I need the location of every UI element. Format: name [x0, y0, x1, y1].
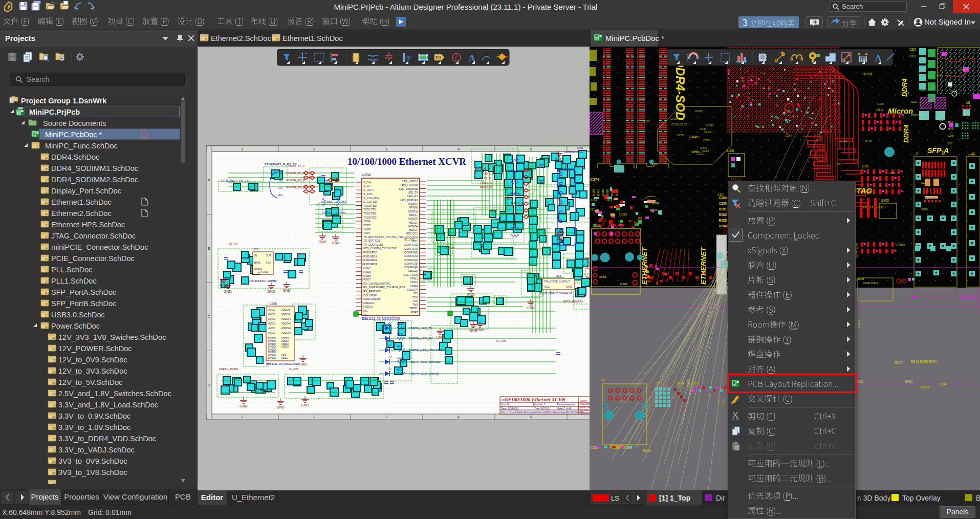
- svg-text:n 3D Body: n 3D Body: [857, 494, 890, 502]
- svg-text:U14: U14: [876, 108, 883, 112]
- svg-text:R193: R193: [397, 356, 404, 359]
- svg-text:R281: R281: [325, 200, 332, 203]
- svg-text:TXD5: TXD5: [363, 224, 371, 227]
- svg-text:U20A: U20A: [362, 173, 371, 177]
- svg-text:10/100/1000 Ethernet XCVR: 10/100/1000 Ethernet XCVR: [347, 156, 466, 167]
- svg-text:GND: GND: [276, 405, 285, 409]
- svg-text:Time: 9/27/23: Time: 9/27/23: [534, 407, 549, 410]
- svg-text:C226: C226: [671, 123, 679, 126]
- svg-text:R260: R260: [855, 380, 863, 383]
- svg-text:NETA_RESETn: NETA_RESETn: [563, 300, 583, 303]
- svg-text:FMDI1_P: FMDI1_P: [478, 177, 491, 180]
- svg-text:File: C:/Users/Public/Docum: File: C:/Users/Public/Documents/Altium/A…: [501, 411, 584, 414]
- svg-text:XTAL2: XTAL2: [410, 280, 418, 284]
- svg-text:C303: C303: [670, 117, 678, 120]
- svg-text:COMA: COMA: [410, 285, 419, 288]
- svg-text:SEL_FREQ: SEL_FREQ: [404, 273, 418, 276]
- svg-text:VDDO: VDDO: [281, 345, 289, 348]
- svg-text:RX_CLK/RCLK0/RXC: RX_CLK/RCLK0/RXC: [363, 282, 390, 285]
- svg-text:IO_2V5: IO_2V5: [289, 367, 298, 371]
- svg-text:U22: U22: [253, 248, 259, 251]
- svg-text:L23: L23: [921, 181, 926, 184]
- svg-text:R376: R376: [643, 120, 650, 123]
- svg-text:C310: C310: [968, 154, 974, 157]
- svg-text:B: B: [208, 246, 210, 251]
- svg-text:VDDOH: VDDOH: [281, 317, 291, 320]
- svg-text:L385: L385: [889, 171, 895, 175]
- svg-text:R300: R300: [651, 163, 658, 166]
- svg-text:C98: C98: [948, 134, 954, 137]
- svg-text:R288: R288: [599, 275, 606, 278]
- svg-text:3: 3: [385, 147, 388, 152]
- svg-text:C359: C359: [718, 202, 727, 205]
- svg-text:R281: R281: [718, 207, 727, 211]
- svg-text:10: 10: [861, 57, 865, 62]
- svg-text:LS: LS: [611, 494, 619, 502]
- svg-text:OUT: OUT: [266, 254, 272, 257]
- svg-text:RXD3/RD3: RXD3/RD3: [363, 263, 377, 266]
- svg-text:Title: Title: [501, 398, 506, 401]
- svg-text:ADJ: ADJ: [266, 261, 271, 264]
- svg-text:MDI[0]+: MDI[0]+: [408, 202, 418, 205]
- svg-text:S_CLK-SD-: S_CLK-SD-: [363, 200, 378, 203]
- svg-text:CONFIG[5]: CONFIG[5]: [404, 262, 418, 265]
- svg-text:J10: J10: [717, 193, 723, 197]
- svg-text:R190: R190: [397, 322, 404, 326]
- svg-text:R310: R310: [597, 188, 600, 196]
- svg-text:46.00: 46.00: [961, 294, 976, 301]
- svg-text:Bott: Bott: [976, 494, 980, 502]
- svg-text:R272: R272: [921, 385, 929, 389]
- svg-text:S_IN+: S_IN+: [363, 181, 371, 184]
- svg-text:DVDD: DVDD: [268, 356, 276, 359]
- svg-text:GND: GND: [469, 329, 477, 332]
- svg-text:R243: R243: [643, 449, 651, 452]
- svg-text:R143: R143: [902, 91, 909, 94]
- svg-text:VSSC: VSSC: [281, 356, 288, 359]
- svg-text:C360: C360: [718, 196, 727, 200]
- svg-text:HSDAC+: HSDAC+: [363, 301, 375, 305]
- svg-text:IO_2V5: IO_2V5: [445, 247, 454, 250]
- svg-text:LTC4263IDC-10PBF: LTC4263IDC-10PBF: [249, 279, 277, 283]
- svg-text:C886: C886: [921, 208, 928, 211]
- svg-text:R40: R40: [577, 146, 583, 149]
- svg-text:R302: R302: [592, 188, 595, 196]
- svg-text:www.altium.com: www.altium.com: [580, 412, 590, 414]
- svg-text:R330 R317 R318: R330 R317 R318: [860, 205, 886, 209]
- svg-text:AVDD: AVDD: [268, 322, 275, 325]
- svg-text:C194: C194: [964, 113, 970, 116]
- svg-text:NETA_MDIO: NETA_MDIO: [585, 275, 590, 278]
- svg-text:B861111-02-NDC2C000: B861111-02-NDC2C000: [266, 362, 299, 365]
- svg-text:VDDOH: VDDOH: [281, 322, 291, 325]
- svg-text:SG-310SDF 25.000MH-03: SG-310SDF 25.000MH-03: [539, 292, 572, 295]
- svg-text:5222 Brandin: 5222 Brandin: [580, 403, 590, 405]
- svg-text:C212: C212: [702, 149, 709, 153]
- svg-text:S_OUT-: S_OUT-: [363, 192, 374, 196]
- svg-text:TXD4: TXD4: [363, 220, 371, 223]
- svg-text:R287: R287: [620, 283, 628, 286]
- svg-text:GND: GND: [527, 306, 535, 310]
- svg-text:A: A: [208, 178, 211, 182]
- svg-text:EP GND: EP GND: [258, 270, 268, 273]
- svg-text:MDC/SCL: MDC/SCL: [406, 232, 418, 235]
- svg-text:C308 C310: C308 C310: [863, 282, 879, 285]
- svg-text:Dir: Dir: [716, 494, 725, 502]
- svg-text:L8: L8: [966, 101, 970, 104]
- svg-text:FMDI2_N: FMDI2_N: [508, 192, 520, 196]
- svg-text:0 mOhm: 0 mOhm: [322, 211, 332, 214]
- svg-text:RXD7: RXD7: [363, 278, 371, 281]
- svg-text:TXD3/TD3: TXD3/TD3: [363, 216, 376, 219]
- svg-text:ETHERNET_R_RX_TX: ETHERNET_R_RX_TX: [265, 163, 297, 166]
- svg-text:R192: R192: [397, 344, 404, 348]
- svg-text:10/100/1000 Ethernet XCVR: 10/100/1000 Ethernet XCVR: [505, 397, 565, 402]
- svg-text:RX_DV/RXD&RX_CTL/RD4_RD9: RX_DV/RXD&RX_CTL/RD4_RD9: [363, 286, 405, 289]
- svg-text:CONFIG[0]: CONFIG[0]: [404, 243, 418, 246]
- svg-text:J9: J9: [601, 378, 605, 382]
- svg-text:FNETH_LED_RX: FNETH_LED_RX: [409, 337, 433, 340]
- svg-text:C329: C329: [722, 398, 725, 406]
- svg-text:GND: GND: [299, 362, 307, 366]
- svg-text:L191: L191: [937, 73, 943, 76]
- svg-text:0 mOhm: 0 mOhm: [336, 211, 345, 214]
- svg-text:TXD7: TXD7: [363, 231, 371, 234]
- svg-text:LED_LINK10: LED_LINK10: [402, 180, 418, 183]
- svg-text:R282: R282: [339, 200, 346, 203]
